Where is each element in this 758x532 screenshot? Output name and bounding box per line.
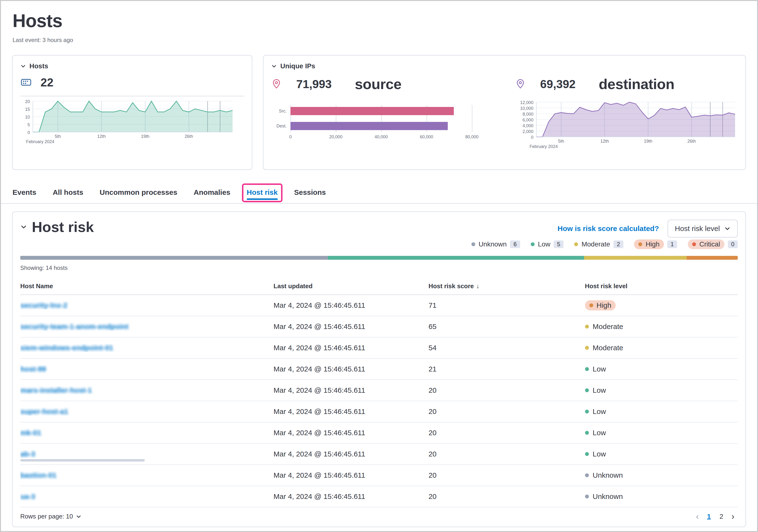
host-name-link[interactable]: ua-3 xyxy=(20,492,35,500)
risk-score-cell: 20 xyxy=(429,429,585,437)
risk-dot-icon xyxy=(574,242,578,246)
tab-uncommon-processes[interactable]: Uncommon processes xyxy=(100,184,177,203)
table-row: bastion-01Mar 4, 2024 @ 15:46:45.61120Un… xyxy=(20,465,738,486)
host-name-link[interactable]: bastion-01 xyxy=(20,471,56,479)
risk-legend: Unknown6Low5Moderate2High1Critical0 xyxy=(20,239,738,249)
risk-level-cell: Unknown xyxy=(585,471,738,479)
risk-score-cell: 20 xyxy=(429,408,585,416)
hosts-stat: 22 xyxy=(20,76,244,89)
tab-anomalies[interactable]: Anomalies xyxy=(194,184,230,203)
host-name-link[interactable]: security-team-1-anom-endpoint xyxy=(20,323,128,331)
risk-score-cell: 20 xyxy=(429,450,585,458)
legend-item-moderate: Moderate2 xyxy=(574,240,623,248)
risk-level-cell: Moderate xyxy=(585,344,738,352)
table-row: host-99Mar 4, 2024 @ 15:46:45.61121Low xyxy=(20,359,738,380)
last-updated-cell: Mar 4, 2024 @ 15:46:45.611 xyxy=(274,429,429,437)
table-row: security-team-1-anom-endpointMar 4, 2024… xyxy=(20,316,738,337)
table-row: siem-windows-endpoint-01Mar 4, 2024 @ 15… xyxy=(20,337,738,359)
rows-per-page-button[interactable]: Rows per page: 10 xyxy=(20,513,82,520)
hosts-page: Hosts Last event: 3 hours ago Hosts 22 0… xyxy=(0,0,758,532)
table-row: super-host-a1Mar 4, 2024 @ 15:46:45.6112… xyxy=(20,401,738,422)
column-header[interactable]: Host risk level xyxy=(585,282,738,290)
host-risk-level-filter-button[interactable]: Host risk level xyxy=(668,220,738,237)
tab-all-hosts[interactable]: All hosts xyxy=(52,184,83,203)
unique-ips-panel-title: Unique IPs xyxy=(280,62,315,70)
table-header: Host NameLast updatedHost risk score↓Hos… xyxy=(20,278,738,295)
tab-host-risk[interactable]: Host risk xyxy=(247,184,278,203)
host-risk-table: Host NameLast updatedHost risk score↓Hos… xyxy=(20,278,738,507)
last-updated-cell: Mar 4, 2024 @ 15:46:45.611 xyxy=(274,344,429,352)
next-page-button[interactable]: › xyxy=(728,512,738,521)
hosts-count: 22 xyxy=(41,76,53,89)
risk-level-cell: Low xyxy=(585,365,738,373)
risk-dot-icon xyxy=(585,367,589,371)
chevron-down-icon[interactable] xyxy=(20,63,26,69)
host-risk-table-body: security-lnx-2Mar 4, 2024 @ 15:46:45.611… xyxy=(20,295,738,507)
risk-level-cell: Low xyxy=(585,386,738,394)
tab-sessions[interactable]: Sessions xyxy=(294,184,326,203)
last-updated-cell: Mar 4, 2024 @ 15:46:45.611 xyxy=(274,386,429,394)
risk-dot-icon xyxy=(638,242,642,246)
last-updated-cell: Mar 4, 2024 @ 15:46:45.611 xyxy=(274,492,429,501)
last-updated-cell: Mar 4, 2024 @ 15:46:45.611 xyxy=(274,408,429,416)
chevron-down-icon[interactable] xyxy=(271,63,277,69)
active-tab-underline xyxy=(247,198,278,200)
host-name-link[interactable]: super-host-a1 xyxy=(20,408,68,415)
hosts-area-chart: 051015205th12th19th26thFebruary 2024 xyxy=(20,101,232,147)
page-number-1[interactable]: 1 xyxy=(703,513,715,520)
host-name-link[interactable]: security-lnx-2 xyxy=(20,301,67,309)
host-name-link[interactable]: mars-installer-host-1 xyxy=(20,386,92,394)
risk-level-cell: Low xyxy=(585,408,738,416)
kpi-row: Hosts 22 051015205th12th19th26thFebruary… xyxy=(12,55,746,170)
hosts-panel-header: Hosts xyxy=(20,62,244,70)
unique-ips-kpi-panel: Unique IPs 71,993 source Src.Dest.020,00… xyxy=(263,55,746,170)
destination-ips-count: 69,392 xyxy=(540,78,576,91)
sort-descending-icon: ↓ xyxy=(476,282,479,290)
previous-page-button[interactable]: ‹ xyxy=(693,512,702,521)
tab-events[interactable]: Events xyxy=(13,184,36,203)
host-name-link[interactable]: mk-01 xyxy=(20,429,41,437)
risk-dot-icon xyxy=(585,452,589,456)
column-header[interactable]: Host Name xyxy=(20,282,274,290)
risk-level-cell: Unknown xyxy=(585,492,738,501)
map-pin-icon xyxy=(515,79,526,89)
last-updated-cell: Mar 4, 2024 @ 15:46:45.611 xyxy=(274,450,429,458)
host-risk-panel: Host risk How is risk score calculated? … xyxy=(12,211,746,527)
host-name-link[interactable]: ab-3 xyxy=(20,450,35,458)
host-name-link[interactable]: siem-windows-endpoint-01 xyxy=(20,344,113,352)
risk-score-link[interactable]: How is risk score calculated? xyxy=(558,225,659,233)
x-axis-month-label: February 2024 xyxy=(530,144,558,149)
unique-ips-bar-chart: Src.Dest.020,00040,00060,00080,000 xyxy=(271,105,472,143)
risk-score-cell: 20 xyxy=(429,386,585,394)
filter-button-label: Host risk level xyxy=(675,225,720,233)
risk-score-cell: 54 xyxy=(429,344,585,352)
risk-level-cell: Low xyxy=(585,429,738,437)
horizontal-scrollbar[interactable] xyxy=(20,459,145,462)
column-header[interactable]: Host risk score↓ xyxy=(429,282,585,290)
risk-dot-icon xyxy=(585,388,589,392)
unique-ips-panel-header: Unique IPs xyxy=(271,62,738,70)
legend-count-badge: 1 xyxy=(667,240,677,248)
risk-score-cell: 20 xyxy=(429,471,585,479)
risk-distribution-bar xyxy=(20,256,738,260)
table-footer: Rows per page: 10 ‹12› xyxy=(20,507,738,524)
hosts-kpi-panel: Hosts 22 051015205th12th19th26thFebruary… xyxy=(12,55,252,170)
table-row: mars-installer-host-1Mar 4, 2024 @ 15:46… xyxy=(20,380,738,401)
showing-count: Showing: 14 hosts xyxy=(20,265,738,271)
host-risk-title: Host risk xyxy=(32,219,94,235)
last-updated-cell: Mar 4, 2024 @ 15:46:45.611 xyxy=(274,301,429,309)
tabs: EventsAll hostsUncommon processesAnomali… xyxy=(1,184,757,204)
legend-count-badge: 6 xyxy=(510,240,520,248)
page-number-2[interactable]: 2 xyxy=(715,513,727,520)
distribution-segment-high xyxy=(687,256,738,260)
unique-ips-columns: 71,993 source Src.Dest.020,00040,00060,0… xyxy=(271,70,738,151)
destination-label: destination xyxy=(599,76,674,92)
host-name-link[interactable]: host-99 xyxy=(20,365,46,373)
column-header[interactable]: Last updated xyxy=(274,282,429,290)
destination-bar xyxy=(291,122,448,130)
distribution-segment-unknown xyxy=(20,256,328,260)
legend-count-badge: 2 xyxy=(613,240,623,248)
table-row: ab-3Mar 4, 2024 @ 15:46:45.61120Low xyxy=(20,443,738,465)
chevron-down-icon[interactable] xyxy=(20,224,27,230)
unique-ips-area-chart: 02,0004,0006,0008,00010,00012,0005th12th… xyxy=(515,102,735,151)
